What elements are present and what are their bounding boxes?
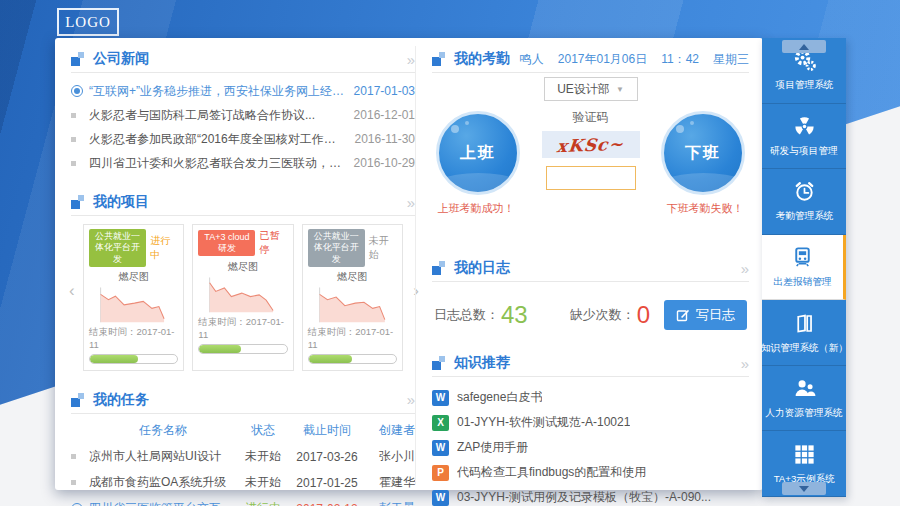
knowledge-item[interactable]: P 代码检查工具findbugs的配置和使用 xyxy=(432,460,749,485)
word-file-icon: W xyxy=(432,490,449,506)
task-creator: 霍建华 xyxy=(365,474,415,491)
section-title: 公司新闻 xyxy=(93,50,149,68)
knowledge-title[interactable]: safegene白皮书 xyxy=(457,389,542,406)
captcha-image[interactable]: xKSc~ xyxy=(542,131,640,158)
more-icon[interactable]: » xyxy=(407,52,415,67)
carousel-prev-icon[interactable]: ‹ xyxy=(69,282,75,299)
news-item[interactable]: 火影忍者参加民政部“2016年度全国核对工作会议暨社... 2016-11-30 xyxy=(71,127,415,151)
knowledge-title[interactable]: ZAP使用手册 xyxy=(457,439,528,456)
task-row-selected[interactable]: 四川省三医监管平台交互设计 进行中 2017-02-12 彭于晏 xyxy=(71,496,415,506)
sidebar-item-hr-management[interactable]: 人力资源管理系统 xyxy=(762,366,846,432)
sidebar-item-rd-project-management[interactable]: 研发与项目管理 xyxy=(762,104,846,170)
captcha-input[interactable] xyxy=(546,166,636,190)
sidebar-scroll-up-button[interactable] xyxy=(782,40,826,53)
alarm-clock-icon xyxy=(792,179,817,204)
project-card[interactable]: 公共就业一体化平台开发 未开始 燃尽图 结束时间：2017-01-11 xyxy=(302,224,403,371)
section-title: 我的任务 xyxy=(93,391,149,409)
more-icon[interactable]: » xyxy=(407,195,415,210)
section-company-news: 公司新闻 » “互联网+”业务稳步推进，西安社保业务网上经办系统... 2017… xyxy=(71,46,415,175)
news-date: 2016-12-01 xyxy=(354,108,415,122)
news-item[interactable]: 火影忍者与国防科工局签订战略合作协议... 2016-12-01 xyxy=(71,103,415,127)
section-block-icon xyxy=(432,261,446,275)
task-due: 2017-01-25 xyxy=(289,476,365,490)
burndown-title: 燃尽图 xyxy=(198,260,287,274)
chevron-up-icon xyxy=(799,44,809,50)
more-icon[interactable]: » xyxy=(407,392,415,407)
project-status: 进行中 xyxy=(150,234,178,262)
grid-icon xyxy=(792,442,817,467)
write-log-button[interactable]: 写日志 xyxy=(664,300,747,330)
section-my-logs: 我的日志 » 日志总数： 43 缺少次数： 0 写日志 xyxy=(432,255,749,330)
train-icon xyxy=(790,245,815,270)
task-status: 进行中 xyxy=(237,500,289,506)
project-card[interactable]: TA+3 cloud研发 已暂停 燃尽图 结束时间：2017-01-11 xyxy=(192,224,293,371)
section-block-icon xyxy=(71,52,85,66)
more-icon[interactable]: » xyxy=(741,261,749,276)
section-title: 知识推荐 xyxy=(454,354,510,372)
sidebar-item-attendance-management[interactable]: 考勤管理系统 xyxy=(762,169,846,235)
task-row[interactable]: 成都市食药监OA系统升级 未开始 2017-01-25 霍建华 xyxy=(71,470,415,496)
knowledge-title[interactable]: 03-JYYH-测试用例及记录模板（牧宝）-A-090... xyxy=(457,489,711,506)
log-total-value: 43 xyxy=(501,301,528,329)
square-bullet-icon xyxy=(71,137,76,142)
logo[interactable]: LOGO xyxy=(57,8,119,36)
current-weekday: 星期三 xyxy=(713,51,749,68)
task-row[interactable]: 凉州市人社局网站UI设计 未开始 2017-03-26 张小川 xyxy=(71,444,415,470)
knowledge-title[interactable]: 01-JYYH-软件测试规范-A-10021 xyxy=(457,414,630,431)
log-missing-value: 0 xyxy=(637,301,650,329)
section-title: 我的项目 xyxy=(93,193,149,211)
knowledge-item[interactable]: W ZAP使用手册 xyxy=(432,435,749,460)
sidebar-item-travel-expense[interactable]: 出差报销管理 xyxy=(762,235,846,301)
section-knowledge: 知识推荐 » W safegene白皮书 X 01-JYYH-软件测试规范-A-… xyxy=(432,350,749,506)
current-time: 11：42 xyxy=(661,51,699,68)
department-select[interactable]: UE设计部 ▼ xyxy=(544,77,638,101)
news-date: 2016-10-29 xyxy=(354,156,415,170)
bubble-decoration xyxy=(451,125,459,133)
log-missing-label: 缺少次数： xyxy=(570,306,635,324)
section-title: 我的考勤 xyxy=(454,50,510,68)
knowledge-item[interactable]: W 03-JYYH-测试用例及记录模板（牧宝）-A-090... xyxy=(432,485,749,506)
knowledge-item[interactable]: X 01-JYYH-软件测试规范-A-10021 xyxy=(432,410,749,435)
more-icon[interactable]: » xyxy=(741,356,749,371)
square-bullet-icon xyxy=(71,113,76,118)
burndown-chart xyxy=(308,284,397,324)
task-due: 2017-03-26 xyxy=(289,450,365,464)
section-my-projects: 我的项目 » ‹ › 公共就业一体化平台开发 进行中 燃尽图 xyxy=(71,189,415,371)
project-card[interactable]: 公共就业一体化平台开发 进行中 燃尽图 结束时间：2017-01-11 xyxy=(83,224,184,371)
task-name: 凉州市人社局网站UI设计 xyxy=(89,448,237,465)
knowledge-title[interactable]: 代码检查工具findbugs的配置和使用 xyxy=(457,464,646,481)
progress-bar xyxy=(308,354,397,364)
people-icon xyxy=(792,376,817,401)
burndown-chart xyxy=(89,284,178,324)
section-my-tasks: 我的任务 » 任务名称 状态 截止时间 创建者 凉州市人社局网站UI设计 未开始… xyxy=(71,387,415,506)
news-item[interactable]: 四川省卫计委和火影忍者联合发力三医联动，共同发布... 2016-10-29 xyxy=(71,151,415,175)
user-name: 鸣人 xyxy=(520,51,544,68)
section-title: 我的日志 xyxy=(454,259,510,277)
news-text: 火影忍者与国防科工局签订战略合作协议... xyxy=(89,107,354,124)
burndown-title: 燃尽图 xyxy=(308,270,397,284)
square-bullet-icon xyxy=(71,480,76,485)
radiation-icon xyxy=(792,114,817,139)
project-end-time: 结束时间：2017-01-11 xyxy=(89,326,178,350)
section-block-icon xyxy=(71,393,85,407)
progress-bar xyxy=(198,344,287,354)
clock-out-button[interactable]: 下班 xyxy=(661,111,745,195)
task-due: 2017-02-12 xyxy=(289,502,365,506)
chevron-down-icon xyxy=(799,486,809,492)
sidebar-item-knowledge-management[interactable]: 知识管理系统（新） xyxy=(762,300,846,366)
news-item[interactable]: “互联网+”业务稳步推进，西安社保业务网上经办系统... 2017-01-03 xyxy=(71,79,415,103)
project-tag: TA+3 cloud研发 xyxy=(198,230,255,257)
pencil-icon xyxy=(676,308,690,322)
news-date: 2017-01-03 xyxy=(354,84,415,98)
clock-in-status: 上班考勤成功！ xyxy=(416,201,536,216)
task-creator: 彭于晏 xyxy=(365,500,415,506)
section-block-icon xyxy=(71,195,85,209)
burndown-chart xyxy=(198,274,287,314)
clock-in-button[interactable]: 上班 xyxy=(436,111,520,195)
sidebar-scroll-down-button[interactable] xyxy=(782,482,826,495)
knowledge-item[interactable]: W safegene白皮书 xyxy=(432,385,749,410)
main-panel: 公司新闻 » “互联网+”业务稳步推进，西安社保业务网上经办系统... 2017… xyxy=(55,38,763,490)
task-table-header: 任务名称 状态 截止时间 创建者 xyxy=(71,418,415,444)
project-tag: 公共就业一体化平台开发 xyxy=(89,229,146,267)
project-end-time: 结束时间：2017-01-11 xyxy=(198,316,287,340)
